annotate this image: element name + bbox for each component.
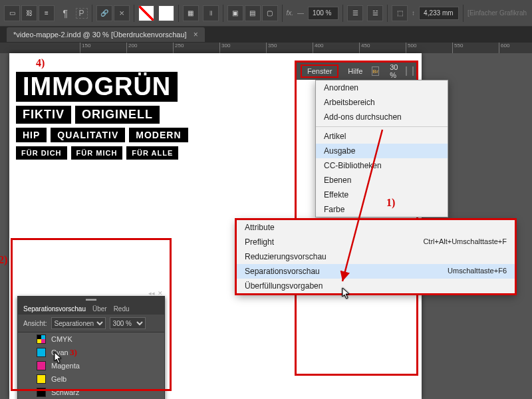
- align-group-icon[interactable]: ▦: [183, 5, 199, 21]
- panel-close-icon[interactable]: ✕: [158, 290, 163, 297]
- toolbar-icon-group-3: ▣ ▤ ▢: [227, 5, 278, 21]
- menu-item[interactable]: Arbeitsbereich: [316, 95, 448, 110]
- annotation-2: 2): [0, 254, 7, 266]
- panel-tab[interactable]: Separationsvorschau: [23, 305, 86, 313]
- distribute-icon[interactable]: ⫴: [203, 5, 219, 21]
- ruler-tick: 200: [126, 43, 137, 53]
- opacity-input[interactable]: [308, 7, 338, 20]
- ruler-tick: 250: [173, 43, 184, 53]
- menu-item[interactable]: Anordnen: [316, 80, 448, 95]
- brand-chip: ORIGINELL: [75, 106, 160, 124]
- chain-icon[interactable]: ⛓: [21, 5, 37, 21]
- annotation-4: 4): [36, 57, 45, 69]
- paragraph-icon: ¶: [63, 8, 68, 19]
- toolbar-icon-group-1: ▭ ⛓ ≡: [4, 5, 55, 21]
- panel-window-controls: ◂◂ ✕: [148, 290, 163, 297]
- separation-row[interactable]: Magenta: [18, 359, 164, 372]
- menu-item[interactable]: Ausgabe: [316, 144, 448, 158]
- submenu-item[interactable]: Attribute: [237, 220, 515, 235]
- menu-item[interactable]: Add-ons durchsuchen: [316, 110, 448, 124]
- toolbar-icon-group-2: 🔗 ⤫: [96, 5, 130, 21]
- ruler-tick: 150: [80, 43, 90, 53]
- arrange-docs-icon[interactable]: [412, 66, 414, 76]
- submenu-item[interactable]: SeparationsvorschauUmschalttaste+F6: [237, 264, 515, 279]
- separation-label: Gelb: [51, 375, 66, 383]
- menu-hilfe[interactable]: Hilfe: [341, 65, 369, 78]
- submenu-label: Attribute: [245, 223, 275, 232]
- screen-mode-icon[interactable]: [406, 66, 407, 76]
- ruler-tick: 450: [359, 43, 370, 53]
- panel-controls: Ansicht: Separationen 300 %: [18, 315, 164, 332]
- fx-icon[interactable]: fx.: [287, 9, 294, 17]
- annotation-3: 3): [70, 347, 77, 358]
- placeholder-p-icon: P: [76, 8, 88, 19]
- brand-chip: IMMOGRÜN: [16, 72, 178, 102]
- doctab-close-icon[interactable]: ×: [194, 30, 198, 39]
- ruler-tick: 300: [219, 43, 230, 53]
- zoom-readout[interactable]: 30 %: [390, 63, 398, 79]
- canvas-area[interactable]: IMMOGRÜN FIKTIV ORIGINELL HIP QUALITATIV…: [0, 53, 532, 399]
- ruler-tick: 350: [266, 43, 277, 53]
- menu-item[interactable]: Farbe: [316, 202, 448, 217]
- brand-chip: QUALITATIV: [51, 128, 125, 142]
- ruler-tick: 550: [452, 43, 463, 53]
- submenu-item[interactable]: PreflightCtrl+Alt+Umschalttaste+F: [237, 235, 515, 249]
- separation-label: Schwarz: [51, 388, 79, 396]
- separation-row[interactable]: CMYK: [18, 332, 164, 346]
- effects-icon[interactable]: ▣: [227, 5, 243, 21]
- wrap-icon[interactable]: ▤: [245, 5, 261, 21]
- graphicframe-hint: [Einfacher Grafikrah: [467, 9, 527, 17]
- menu-item[interactable]: CC-Bibliotheken: [316, 158, 448, 173]
- separation-row[interactable]: Schwarz: [18, 386, 164, 399]
- separation-row[interactable]: Gelb: [18, 372, 164, 386]
- panel-tab[interactable]: Über: [92, 305, 107, 313]
- menu-overlay-area: Fenster Hilfe Br 30 % AnordnenArbeitsber…: [297, 63, 416, 368]
- percent-select[interactable]: 300 %: [110, 317, 146, 329]
- fill-swatch[interactable]: [138, 5, 154, 21]
- stroke-swatch[interactable]: [158, 5, 174, 21]
- color-swatch: [37, 388, 46, 397]
- separations-panel[interactable]: ◂◂ ✕ ▬▬ Separationsvorschau Über Redu An…: [17, 296, 165, 399]
- fenster-dropdown: AnordnenArbeitsbereichAdd-ons durchsuche…: [315, 80, 448, 217]
- doctab-title: *video-mappe-2.indd @ 30 % [Überdruckenv…: [13, 31, 187, 39]
- transform-icon[interactable]: ⬚: [392, 5, 408, 21]
- panel-tab[interactable]: Redu: [114, 305, 130, 313]
- brand-chip: FÜR DICH: [16, 146, 67, 160]
- ruler-tick: 400: [313, 43, 323, 53]
- corner-icon[interactable]: ▢: [262, 5, 278, 21]
- measure-input[interactable]: [419, 7, 459, 20]
- submenu-item[interactable]: Reduzierungsvorschau: [237, 249, 515, 264]
- outlines-icon[interactable]: ☱: [367, 5, 383, 21]
- panel-tabs: Separationsvorschau Über Redu: [18, 303, 164, 315]
- menu-item[interactable]: Effekte: [316, 188, 448, 202]
- submenu-shortcut: Umschalttaste+F6: [448, 267, 507, 276]
- tool-icon[interactable]: ▭: [4, 5, 20, 21]
- submenu-item[interactable]: Überfüllungsvorgaben: [237, 279, 515, 293]
- ruler-tick: 600: [499, 43, 509, 53]
- horizontal-ruler: 150200250300350400450500550600: [0, 43, 532, 53]
- textframe-icon[interactable]: ☰: [347, 5, 363, 21]
- bridge-icon[interactable]: Br: [372, 66, 379, 76]
- doctab-bar: *video-mappe-2.indd @ 30 % [Überdruckenv…: [0, 27, 532, 43]
- panel-grip[interactable]: ▬▬: [18, 297, 164, 303]
- annotation-1: 1): [386, 197, 395, 209]
- color-swatch: [37, 374, 46, 384]
- menu-item[interactable]: Ebenen: [316, 173, 448, 188]
- submenu-label: Separationsvorschau: [245, 267, 320, 276]
- link-icon[interactable]: 🔗: [96, 5, 112, 21]
- panel-collapse-icon[interactable]: ◂◂: [148, 290, 155, 297]
- submenu-label: Reduzierungsvorschau: [245, 252, 327, 261]
- menu-item[interactable]: Artikel: [316, 129, 448, 144]
- menu-fenster[interactable]: Fenster: [301, 65, 338, 78]
- menu-strip: Fenster Hilfe Br 30 %: [297, 63, 416, 80]
- brand-chip: MODERN: [129, 128, 188, 142]
- color-swatch: [37, 348, 46, 357]
- submenu-label: Überfüllungsvorgaben: [245, 281, 323, 291]
- separation-row[interactable]: Cyan: [18, 346, 164, 359]
- align-icon[interactable]: ≡: [39, 5, 55, 21]
- break-link-icon[interactable]: ⤫: [114, 5, 130, 21]
- view-select[interactable]: Separationen: [51, 317, 106, 329]
- ruler-tick: 500: [406, 43, 416, 53]
- doctab[interactable]: *video-mappe-2.indd @ 30 % [Überdruckenv…: [7, 27, 205, 42]
- height-icon: ↕: [412, 9, 415, 17]
